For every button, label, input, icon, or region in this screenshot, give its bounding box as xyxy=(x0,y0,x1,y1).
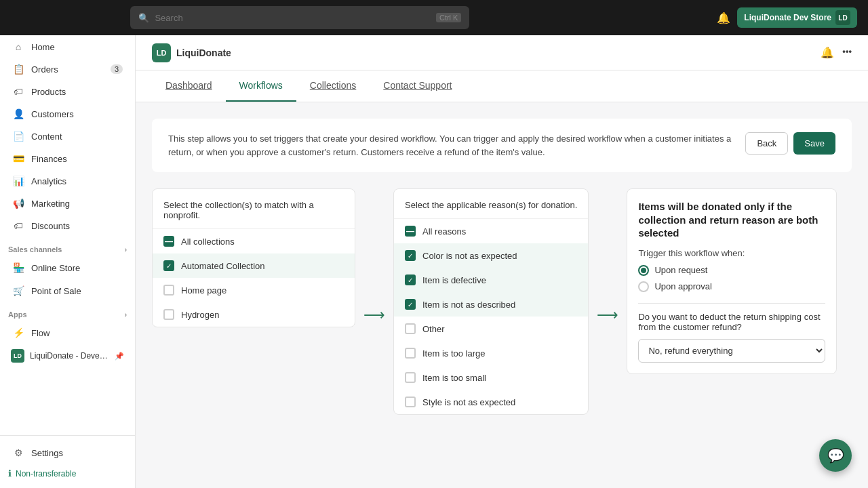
deduct-label: Do you want to deduct the return shippin… xyxy=(638,312,825,332)
sidebar-item-orders[interactable]: 📋 Orders 3 xyxy=(4,58,131,80)
sidebar-item-settings[interactable]: ⚙ Settings xyxy=(4,442,131,464)
reason-item-not-described[interactable]: ✓ Item is not as described xyxy=(394,292,588,317)
collections-panel-list: — All collections ✓ Automated Collection… xyxy=(153,229,355,327)
reasons-panel-header: Select the applicable reason(s) for dona… xyxy=(394,189,588,219)
checkbox-color-reason[interactable]: ✓ xyxy=(405,250,416,261)
checkbox-style-reason[interactable] xyxy=(405,396,416,407)
search-bar[interactable]: 🔍 Ctrl K xyxy=(130,6,469,29)
non-transferable-label: ℹ Non-transferable xyxy=(0,464,135,483)
divider xyxy=(638,303,825,304)
arrow-1: ⟶ xyxy=(355,306,393,324)
sales-channels-chevron[interactable]: › xyxy=(125,246,127,253)
collection-item-homepage[interactable]: Home page xyxy=(153,278,355,302)
orders-icon: 📋 xyxy=(12,64,24,75)
reason-item-other[interactable]: Other xyxy=(394,317,588,341)
search-icon: 🔍 xyxy=(138,13,149,23)
reason-item-too-large[interactable]: Item is too large xyxy=(394,341,588,365)
liquidonate-pin-icon: 📌 xyxy=(115,352,124,361)
products-icon: 🏷 xyxy=(12,86,24,97)
finances-icon: 💳 xyxy=(12,153,24,164)
deduct-select[interactable]: No, refund everything xyxy=(638,339,825,363)
checkbox-too-large-reason[interactable] xyxy=(405,348,416,359)
sidebar-item-customers[interactable]: 👤 Customers xyxy=(4,103,131,125)
tab-contact-support[interactable]: Contact Support xyxy=(370,70,465,102)
checkbox-not-described-reason[interactable]: ✓ xyxy=(405,299,416,310)
reason-item-all[interactable]: — All reasons xyxy=(394,219,588,243)
sidebar-item-flow[interactable]: ⚡ Flow xyxy=(4,322,131,344)
app-header: LD LiquiDonate 🔔 ••• xyxy=(136,35,868,70)
collections-panel: Select the collection(s) to match with a… xyxy=(152,188,355,327)
radio-circle-upon-request[interactable] xyxy=(638,265,649,276)
nav-tabs: Dashboard Workflows Collections Contact … xyxy=(136,70,868,102)
checkbox-home-page[interactable] xyxy=(163,285,174,296)
store-name: LiquiDonate Dev Store xyxy=(744,13,831,22)
save-button[interactable]: Save xyxy=(793,132,835,155)
point-of-sale-icon: 🛒 xyxy=(12,285,24,296)
apps-chevron[interactable]: › xyxy=(125,311,127,319)
search-input[interactable] xyxy=(155,13,431,23)
sidebar-item-analytics[interactable]: 📊 Analytics xyxy=(4,170,131,192)
back-button[interactable]: Back xyxy=(745,132,788,155)
checkbox-all-reasons[interactable]: — xyxy=(405,226,416,237)
analytics-icon: 📊 xyxy=(12,176,24,186)
workflow-description-text: This step allows you to set triggers tha… xyxy=(168,132,734,159)
online-store-icon: 🏪 xyxy=(12,262,24,273)
arrow-2: ⟶ xyxy=(589,306,627,324)
apps-section: Apps › xyxy=(0,302,135,321)
liquidonate-icon: LD xyxy=(11,349,24,363)
sidebar-item-liquidonate[interactable]: LD LiquiDonate - Develop... 📌 xyxy=(4,345,131,367)
store-badge[interactable]: LiquiDonate Dev Store LD xyxy=(737,7,857,28)
notification-icon[interactable]: 🔔 xyxy=(717,12,730,24)
reason-item-style[interactable]: Style is not as expected xyxy=(394,390,588,414)
workflow-panels: Select the collection(s) to match with a… xyxy=(152,188,852,415)
content-icon: 📄 xyxy=(12,131,24,142)
reason-item-too-small[interactable]: Item is too small xyxy=(394,365,588,390)
sidebar: ⌂ Home 📋 Orders 3🏷 Products 👤 Customers … xyxy=(0,35,136,488)
bell-icon[interactable]: 🔔 xyxy=(821,46,834,59)
radio-upon-request[interactable]: Upon request xyxy=(638,265,825,276)
trigger-label: Trigger this workflow when: xyxy=(638,248,825,258)
collection-item-automated[interactable]: ✓ Automated Collection xyxy=(153,253,355,278)
sidebar-item-point-of-sale[interactable]: 🛒 Point of Sale xyxy=(4,280,131,302)
collections-panel-header: Select the collection(s) to match with a… xyxy=(153,189,355,229)
sidebar-item-finances[interactable]: 💳 Finances xyxy=(4,148,131,169)
marketing-icon: 📢 xyxy=(12,198,24,209)
sidebar-item-products[interactable]: 🏷 Products xyxy=(4,81,131,102)
reason-item-color[interactable]: ✓ Color is not as expected xyxy=(394,243,588,268)
settings-icon: ⚙ xyxy=(12,447,24,458)
checkbox-automated-collection[interactable]: ✓ xyxy=(163,260,174,271)
home-icon: ⌂ xyxy=(12,41,24,52)
checkbox-hydrogen[interactable] xyxy=(163,309,174,320)
sidebar-item-home[interactable]: ⌂ Home xyxy=(4,36,131,58)
more-icon[interactable]: ••• xyxy=(842,46,852,59)
reason-item-defective[interactable]: ✓ Item is defective xyxy=(394,268,588,292)
tab-dashboard[interactable]: Dashboard xyxy=(152,70,226,102)
chat-button[interactable]: 💬 xyxy=(819,439,852,472)
checkbox-all-collections[interactable]: — xyxy=(163,236,174,247)
sidebar-item-discounts[interactable]: 🏷 Discounts xyxy=(4,215,131,237)
info-panel: Items will be donated only if the collec… xyxy=(627,188,837,374)
checkbox-other-reason[interactable] xyxy=(405,323,416,334)
sidebar-item-marketing[interactable]: 📢 Marketing xyxy=(4,192,131,214)
chat-icon: 💬 xyxy=(827,447,844,464)
checkbox-defective-reason[interactable]: ✓ xyxy=(405,274,416,285)
radio-circle-upon-approval[interactable] xyxy=(638,281,649,292)
collection-item-all[interactable]: — All collections xyxy=(153,229,355,253)
app-header-icons: 🔔 ••• xyxy=(821,46,852,59)
reasons-panel-list: — All reasons ✓ Color is not as expected… xyxy=(394,219,588,414)
sidebar-item-online-store[interactable]: 🏪 Online Store xyxy=(4,257,131,279)
reasons-panel: Select the applicable reason(s) for dona… xyxy=(393,188,589,415)
radio-upon-approval[interactable]: Upon approval xyxy=(638,281,825,292)
discounts-icon: 🏷 xyxy=(12,220,24,231)
workflow-actions: Back Save xyxy=(745,132,835,155)
sidebar-item-content[interactable]: 📄 Content xyxy=(4,125,131,147)
tab-workflows[interactable]: Workflows xyxy=(226,70,296,102)
sales-channels-section: Sales channels › xyxy=(0,237,135,256)
app-title: LiquiDonate xyxy=(176,47,231,58)
topbar-right: 🔔 LiquiDonate Dev Store LD xyxy=(717,7,857,28)
workflow-description-bar: This step allows you to set triggers tha… xyxy=(152,119,852,172)
tab-collections[interactable]: Collections xyxy=(296,70,370,102)
collection-item-hydrogen[interactable]: Hydrogen xyxy=(153,302,355,327)
info-icon: ℹ xyxy=(8,468,12,479)
checkbox-too-small-reason[interactable] xyxy=(405,372,416,383)
